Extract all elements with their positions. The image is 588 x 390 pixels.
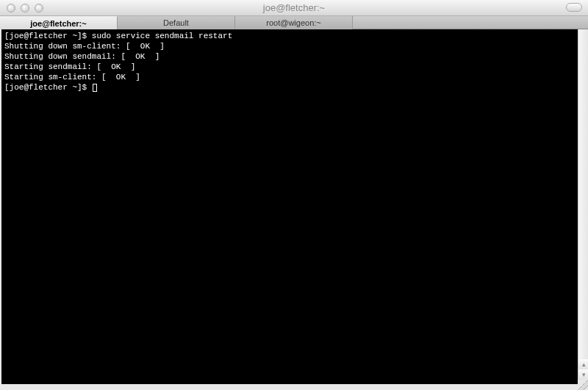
terminal-output[interactable]: [joe@fletcher ~]$ sudo service sendmail … (1, 29, 578, 384)
terminal-line: Starting sm-client: [ OK ] (4, 73, 140, 82)
minimize-button[interactable] (21, 4, 29, 12)
close-button[interactable] (7, 4, 15, 12)
resize-grip-icon[interactable] (578, 380, 588, 390)
terminal-prompt: [joe@fletcher ~]$ (4, 83, 92, 92)
window-titlebar: joe@fletcher:~ (0, 0, 588, 16)
cursor-icon (93, 84, 97, 92)
tab-label: Default (163, 18, 189, 27)
terminal-line: [joe@fletcher ~]$ sudo service sendmail … (4, 32, 232, 40)
tab-root-wigeon[interactable]: root@wigeon:~ (235, 16, 353, 29)
scroll-down-arrow-icon[interactable]: ▾ (578, 369, 588, 380)
toolbar-toggle-button[interactable] (566, 3, 582, 12)
tab-default[interactable]: Default (118, 16, 235, 29)
terminal-line: Starting sendmail: [ OK ] (4, 62, 135, 71)
tab-joe-fletcher[interactable]: joe@fletcher:~ (0, 16, 118, 29)
scroll-up-arrow-icon[interactable]: ▴ (578, 359, 588, 369)
tab-bar: joe@fletcher:~ Default root@wigeon:~ (0, 16, 588, 29)
tab-label: root@wigeon:~ (266, 18, 320, 27)
tab-label: joe@fletcher:~ (30, 19, 86, 28)
terminal-line: Shutting down sm-client: [ OK ] (4, 42, 165, 51)
vertical-scrollbar[interactable]: ▴ ▾ (578, 29, 588, 380)
window-title: joe@fletcher:~ (0, 2, 588, 13)
zoom-button[interactable] (35, 4, 43, 12)
traffic-lights (0, 4, 43, 12)
terminal-line: Shutting down sendmail: [ OK ] (4, 52, 159, 61)
terminal-container: [joe@fletcher ~]$ sudo service sendmail … (0, 29, 588, 390)
